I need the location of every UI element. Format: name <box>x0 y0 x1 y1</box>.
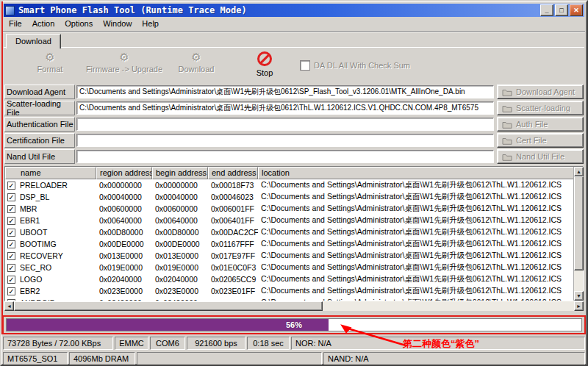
row-checkbox[interactable]: ✓ <box>7 229 15 237</box>
close-button[interactable]: ✕ <box>570 4 583 16</box>
table-row[interactable]: ✓ LOGO 0x02040000 0x02040000 0x02065CC9 … <box>5 273 573 285</box>
table-row[interactable]: ✓ EBR1 0x00640000 0x00640000 0x006401FF … <box>5 215 573 226</box>
menu-item[interactable]: File <box>4 18 28 29</box>
firmware-upgrade-button[interactable]: ⚙ Firmware -> Upgrade <box>84 51 165 73</box>
stop-icon <box>257 51 272 66</box>
toolbar: ⚙ Format ⚙ Firmware -> Upgrade ⚙ Downloa… <box>4 50 584 82</box>
column-header-begin-address[interactable]: begin address <box>152 167 208 179</box>
file-path-field[interactable] <box>76 118 494 131</box>
folder-icon <box>502 121 512 129</box>
browse-button[interactable]: Nand Util File <box>497 149 584 164</box>
region-address-cell: 0x013E0000 <box>96 251 152 260</box>
file-path-field[interactable]: C:\Documents and Settings\Administrator\… <box>76 85 494 98</box>
check-icon: ✓ <box>8 218 14 224</box>
progress-bar: 56% <box>6 318 582 331</box>
file-form: Download Agent C:\Documents and Settings… <box>4 84 584 165</box>
horizontal-scrollbar[interactable]: ◄ ► <box>4 301 584 311</box>
download-button[interactable]: ⚙ Download <box>171 51 222 73</box>
table-row[interactable]: ✓ EBR2 0x023E0000 0x023E0000 0x023E01FF … <box>5 285 573 297</box>
partition-name: EBR2 <box>20 287 40 295</box>
browse-button-label: Cert File <box>516 136 547 145</box>
menu-item[interactable]: Window <box>98 18 137 29</box>
window-title: Smart Phone Flash Tool (Runtime Trace Mo… <box>18 5 539 15</box>
status-baud-rate: 921600 bps <box>187 337 245 350</box>
file-path-field[interactable]: C:\Documents and Settings\Administrator\… <box>76 101 494 115</box>
file-path-field[interactable] <box>76 150 494 163</box>
end-address-cell: 0x02065CC9 <box>208 275 258 284</box>
annotation-text: 第二种颜色“紫色” <box>403 337 479 351</box>
status-bar: 73728 Bytes / 72.00 KBps EMMC COM6 92160… <box>3 337 585 351</box>
browse-button[interactable]: Auth File <box>497 117 584 132</box>
row-checkbox[interactable]: ✓ <box>7 299 15 301</box>
da-dl-checksum-checkbox[interactable] <box>300 60 310 71</box>
row-checkbox[interactable]: ✓ <box>7 287 15 295</box>
check-icon: ✓ <box>8 265 14 271</box>
browse-button[interactable]: Scatter-loading <box>497 101 584 115</box>
vertical-scrollbar[interactable]: ▲ ▼ <box>573 167 583 301</box>
partition-name: LOGO <box>20 275 42 284</box>
horizontal-scroll-thumb[interactable] <box>14 301 323 311</box>
scroll-right-icon[interactable]: ► <box>574 301 584 311</box>
row-checkbox[interactable]: ✓ <box>7 205 15 213</box>
column-header-end-address[interactable]: end address <box>208 167 258 179</box>
stop-button[interactable]: Stop <box>247 51 282 77</box>
app-icon[interactable] <box>5 6 15 15</box>
scroll-left-icon[interactable]: ◄ <box>4 301 14 311</box>
begin-address-cell: 0x00640000 <box>152 216 208 225</box>
folder-icon <box>502 88 512 96</box>
table-row[interactable]: ✓ BOOTIMG 0x00DE0000 0x00DE0000 0x01167F… <box>5 238 573 250</box>
vertical-scroll-thumb[interactable] <box>574 176 584 270</box>
row-checkbox[interactable]: ✓ <box>7 240 15 248</box>
location-cell: C:\Documents and Settings\Administrator\… <box>258 286 573 296</box>
row-checkbox[interactable]: ✓ <box>7 193 15 201</box>
name-cell: ✓ LOGO <box>5 275 96 284</box>
column-header-name[interactable]: name <box>5 167 96 179</box>
check-icon: ✓ <box>8 182 14 189</box>
check-icon: ✓ <box>8 241 14 248</box>
row-checkbox[interactable]: ✓ <box>7 217 15 225</box>
scroll-up-icon[interactable]: ▲ <box>574 167 584 176</box>
table-row[interactable]: ✓ SEC_RO 0x019E0000 0x019E0000 0x01E0C0F… <box>5 262 573 273</box>
table-row[interactable]: ✓ RECOVERY 0x013E0000 0x013E0000 0x017E9… <box>5 250 573 262</box>
format-label: Format <box>37 65 63 73</box>
format-button[interactable]: ⚙ Format <box>26 51 74 73</box>
region-address-cell: 0x00640000 <box>96 216 152 225</box>
row-checkbox[interactable]: ✓ <box>7 252 15 260</box>
browse-button[interactable]: Download Agent <box>497 85 584 99</box>
stop-label: Stop <box>257 68 273 77</box>
menu-item[interactable]: Options <box>60 18 98 29</box>
region-address-cell: 0x019E0000 <box>96 263 152 272</box>
table-row[interactable]: ✓ DSP_BL 0x00040000 0x00040000 0x0004602… <box>5 191 573 203</box>
table-row[interactable]: ✓ PRELOADER 0x00000000 0x00000000 0x0001… <box>5 179 573 191</box>
menu-item[interactable]: Help <box>137 18 165 29</box>
region-address-cell: 0x00600000 <box>96 204 152 213</box>
minimize-button[interactable]: _ <box>540 4 553 16</box>
column-header-region-address[interactable]: region address <box>96 167 152 179</box>
scroll-down-icon[interactable]: ▼ <box>574 291 584 301</box>
status-com-port: COM6 <box>150 337 185 350</box>
row-checkbox[interactable]: ✓ <box>7 264 15 272</box>
location-cell: C:\Documents and Settings\Administrator\… <box>258 251 573 261</box>
row-checkbox[interactable]: ✓ <box>7 276 15 284</box>
browse-button-label: Nand Util File <box>516 152 564 161</box>
name-cell: ✓ RECOVERY <box>5 251 96 260</box>
partition-name: BOOTIMG <box>20 240 57 248</box>
status-chipset: MT6575_SO1 <box>3 352 68 365</box>
region-address-cell: 0x00D80000 <box>96 228 152 237</box>
horizontal-scroll-track[interactable] <box>14 301 574 311</box>
download-label: Download <box>179 65 215 73</box>
file-path-field[interactable] <box>76 134 494 147</box>
folder-icon <box>502 104 512 112</box>
table-row[interactable]: ✓ ANDROID 0x02420000 0x02420000 C:\Docum… <box>5 297 573 301</box>
column-header-location[interactable]: location <box>258 167 583 179</box>
maximize-button[interactable]: □ <box>555 4 568 16</box>
browse-button[interactable]: Cert File <box>497 133 584 148</box>
end-address-cell: 0x01167FFF <box>208 240 258 248</box>
form-row-label: Nand Util File <box>4 149 75 164</box>
begin-address-cell: 0x00600000 <box>152 204 208 213</box>
tab-download[interactable]: Download <box>6 34 61 49</box>
row-checkbox[interactable]: ✓ <box>7 182 15 190</box>
table-row[interactable]: ✓ MBR 0x00600000 0x00600000 0x006001FF C… <box>5 203 573 215</box>
table-row[interactable]: ✓ UBOOT 0x00D80000 0x00D80000 0x00DAC2CF… <box>5 226 573 238</box>
menu-item[interactable]: Action <box>28 18 61 29</box>
